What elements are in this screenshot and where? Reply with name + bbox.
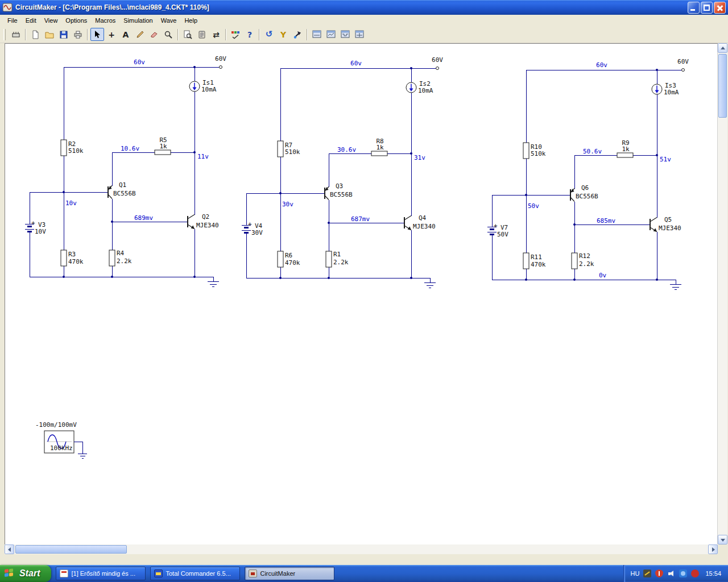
tray-network-icon[interactable] bbox=[679, 569, 687, 577]
node-voltage-label: 687mv bbox=[351, 215, 370, 223]
junction-dot bbox=[410, 277, 412, 279]
new-button[interactable] bbox=[28, 28, 42, 41]
menu-simulation[interactable]: Simulation bbox=[119, 15, 156, 26]
transistor-value-label: BC556B bbox=[113, 190, 136, 197]
analysis-window-button-1[interactable] bbox=[310, 28, 324, 41]
scroll-down-button[interactable] bbox=[718, 535, 727, 544]
reset-button[interactable]: ↺ bbox=[262, 28, 276, 41]
scroll-left-button[interactable] bbox=[5, 544, 14, 554]
resistor-body bbox=[523, 143, 529, 159]
ground-symbol bbox=[78, 454, 87, 458]
junction-dot bbox=[63, 276, 65, 278]
toolbar-separator bbox=[176, 28, 180, 41]
transistor-value-label: MJE340 bbox=[659, 225, 681, 232]
maximize-button[interactable] bbox=[701, 2, 713, 14]
window-title: CircuitMaker - [C:\Program Files\...\mcl… bbox=[15, 3, 688, 11]
task-label: Total Commander 6.5... bbox=[166, 570, 230, 577]
report-button[interactable] bbox=[195, 28, 209, 41]
schematic-canvas[interactable]: -100m/100mV 100kHz bbox=[5, 43, 718, 544]
print-button[interactable] bbox=[71, 28, 85, 41]
node-voltage-label: 50v bbox=[528, 202, 539, 210]
parts-browser-button[interactable] bbox=[9, 28, 23, 41]
probe-button[interactable]: Y bbox=[276, 28, 290, 41]
taskbar-item-browser[interactable]: [1] Erősítő mindig és ... bbox=[56, 567, 146, 580]
amplifier-circuit[interactable]: 60v 30.6v 31v 30v 687mv 60V Is2 10mA R7 … bbox=[242, 56, 443, 288]
menu-wave[interactable]: Wave bbox=[157, 15, 181, 26]
horizontal-scrollbar[interactable] bbox=[5, 544, 718, 554]
scrollbar-corner bbox=[718, 544, 727, 554]
tray-pen-icon[interactable] bbox=[643, 569, 651, 577]
amplifier-circuit[interactable]: 60v 10.6v 11v 10v 689mv 60V Is1 10mA R2 … bbox=[25, 55, 226, 287]
split-view-button[interactable]: ⇄ bbox=[209, 28, 223, 41]
source-value-label: 10mA bbox=[664, 89, 679, 96]
tray-alert-icon[interactable] bbox=[691, 569, 699, 577]
simulation-check-button[interactable] bbox=[229, 28, 242, 41]
resistor-body bbox=[572, 253, 577, 269]
transistor-value-label: BC556B bbox=[576, 193, 598, 200]
analysis-window-button-2[interactable] bbox=[324, 28, 338, 41]
close-button[interactable] bbox=[714, 2, 726, 14]
scroll-up-button[interactable] bbox=[718, 43, 727, 53]
menu-options[interactable]: Options bbox=[61, 15, 91, 26]
junction-dot bbox=[328, 222, 330, 224]
analysis-window-button-3[interactable] bbox=[338, 28, 352, 41]
arrow-up-icon bbox=[721, 47, 725, 49]
task-label: [1] Erősítő mindig és ... bbox=[71, 570, 135, 577]
text-tool-button[interactable]: A bbox=[119, 28, 133, 41]
pen-tool-button[interactable] bbox=[133, 28, 147, 41]
node-voltage-label: 11v bbox=[197, 153, 209, 160]
save-button[interactable] bbox=[57, 28, 71, 41]
delete-tool-button[interactable] bbox=[147, 28, 161, 41]
transistor-value-label: MJE340 bbox=[413, 223, 436, 230]
node-voltage-label: 30.6v bbox=[337, 146, 356, 153]
language-indicator[interactable]: HU bbox=[631, 570, 640, 577]
resistor-body bbox=[61, 250, 67, 266]
toolbar-separator bbox=[224, 28, 228, 41]
run-button[interactable] bbox=[291, 28, 304, 41]
start-button[interactable]: Start bbox=[0, 565, 51, 582]
battery-value-label: 30V bbox=[251, 229, 263, 236]
terminal-label: 60V bbox=[215, 55, 226, 63]
vertical-scroll-thumb[interactable] bbox=[718, 54, 727, 118]
open-button[interactable] bbox=[43, 28, 56, 41]
split-arrows-icon: ⇄ bbox=[213, 31, 220, 39]
menu-edit[interactable]: Edit bbox=[22, 15, 40, 26]
find-button[interactable] bbox=[181, 28, 195, 41]
menu-macros[interactable]: Macros bbox=[91, 15, 119, 26]
junction-dot bbox=[193, 151, 196, 153]
terminal-label: 60V bbox=[432, 56, 443, 64]
taskbar-item-total-commander[interactable]: Total Commander 6.5... bbox=[150, 567, 240, 580]
tray-volume-icon[interactable] bbox=[667, 569, 675, 577]
node-voltage-label: 50.6v bbox=[583, 148, 602, 155]
resistor-value-label: 1k bbox=[376, 144, 384, 151]
transistor-value-label: MJE340 bbox=[196, 222, 219, 229]
battery-value-label: 50V bbox=[497, 231, 508, 238]
menu-file[interactable]: File bbox=[3, 15, 22, 26]
node-voltage-label: 60v bbox=[350, 60, 362, 67]
zoom-tool-button[interactable] bbox=[162, 28, 175, 41]
tray-security-shield-icon[interactable] bbox=[655, 569, 663, 577]
junction-dot bbox=[279, 192, 282, 194]
resistor-body bbox=[155, 150, 171, 155]
signal-generator[interactable]: -100m/100mV 100kHz bbox=[35, 421, 87, 458]
undo-icon: ↺ bbox=[266, 30, 273, 39]
wire-tool-button[interactable]: + bbox=[105, 28, 118, 41]
resistor-ref-label: R12 bbox=[579, 252, 590, 260]
taskbar-clock[interactable]: 15:54 bbox=[705, 570, 721, 577]
source-value-label: 10mA bbox=[418, 87, 433, 94]
vertical-scrollbar[interactable] bbox=[718, 43, 727, 544]
horizontal-scroll-thumb[interactable] bbox=[15, 545, 127, 554]
minimize-button[interactable] bbox=[688, 2, 700, 14]
analysis-window-button-4[interactable] bbox=[353, 28, 366, 41]
amplifier-circuit[interactable]: 60v 50.6v 51v 50v 685mv 0v 60V Is3 10mA … bbox=[487, 58, 689, 290]
ground-symbol bbox=[208, 282, 219, 287]
title-bar: CircuitMaker - [C:\Program Files\...\mcl… bbox=[0, 0, 728, 15]
circuitmaker-icon bbox=[249, 569, 257, 577]
menu-help[interactable]: Help bbox=[180, 15, 201, 26]
node-voltage-label: 685mv bbox=[597, 217, 615, 225]
select-tool-button[interactable] bbox=[90, 28, 104, 41]
scroll-right-button[interactable] bbox=[708, 544, 718, 554]
taskbar-item-circuitmaker[interactable]: CircuitMaker bbox=[245, 567, 334, 580]
menu-view[interactable]: View bbox=[40, 15, 62, 26]
help-button[interactable]: ? bbox=[243, 28, 257, 41]
